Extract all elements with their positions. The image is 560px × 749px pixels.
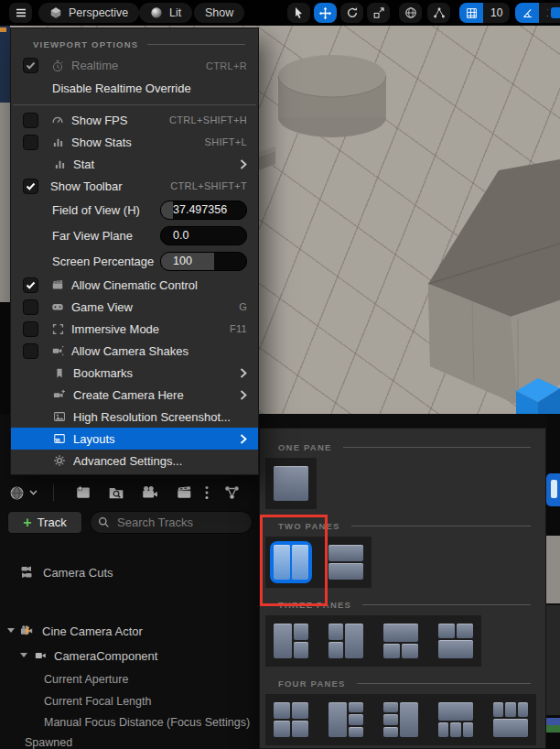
show-button[interactable]: Show xyxy=(194,3,244,23)
layout-option-two-panes-horizontal[interactable] xyxy=(325,541,367,583)
menu-item-bookmarks[interactable]: Bookmarks xyxy=(11,362,258,384)
grid-snap-button[interactable] xyxy=(459,3,483,23)
menu-section-header: VIEWPORT OPTIONS xyxy=(11,34,258,54)
field-of-view-input[interactable]: 37.497356 xyxy=(160,201,247,220)
expand-triangle-icon[interactable] xyxy=(7,628,15,636)
menu-item-advanced-settings[interactable]: Advanced Settings... xyxy=(11,450,258,472)
gear-icon xyxy=(52,453,67,468)
track-camera-cuts[interactable]: Camera Cuts xyxy=(0,565,259,580)
grid-snap-value[interactable]: 10 xyxy=(483,3,510,23)
stats-bars-icon xyxy=(52,157,67,171)
menu-item-allow-cinematic-control[interactable]: Allow Cinematic Control xyxy=(11,274,258,296)
layout-option-four-panes-bottom[interactable] xyxy=(490,699,532,741)
fps-gauge-icon xyxy=(50,113,65,127)
menu-item-realtime[interactable]: Realtime CTRL+R xyxy=(11,54,258,77)
move-tool-button[interactable] xyxy=(314,3,337,23)
track-camera-component[interactable]: CameraComponent xyxy=(0,648,259,663)
more-options-icon[interactable] xyxy=(205,480,209,505)
left-edge-viewport-sliver xyxy=(0,103,10,302)
menu-item-allow-camera-shakes[interactable]: Allow Camera Shakes xyxy=(11,340,258,362)
lit-mode-button[interactable]: Lit xyxy=(139,3,192,23)
director-board-icon[interactable] xyxy=(176,480,192,505)
scale-tool-button[interactable] xyxy=(367,3,390,23)
bookmark-icon xyxy=(52,365,67,380)
layout-option-one-pane[interactable] xyxy=(270,462,312,505)
menu-item-high-resolution-screenshot[interactable]: High Resolution Screenshot... xyxy=(11,406,258,428)
menu-separator xyxy=(13,104,256,105)
shortcut-label: SHIFT+L xyxy=(205,136,247,147)
layout-option-four-panes-top[interactable] xyxy=(435,699,477,741)
menu-item-show-toolbar[interactable]: Show Toolbar CTRL+SHIFT+T xyxy=(11,175,258,197)
layout-option-three-panes-bottom[interactable] xyxy=(435,620,477,662)
actions-icon[interactable] xyxy=(223,480,241,505)
world-space-button[interactable] xyxy=(399,3,422,23)
menu-item-label: Show Toolbar xyxy=(50,179,123,193)
immersive-mode-checkbox[interactable] xyxy=(23,321,38,337)
viewport-options-menu-button[interactable] xyxy=(9,3,32,23)
add-track-button[interactable]: + Track xyxy=(7,511,82,534)
grid-snap-group: 10 xyxy=(459,3,510,23)
menu-item-show-stats[interactable]: Show Stats SHIFT+L xyxy=(11,131,258,153)
layout-option-four-panes-left[interactable] xyxy=(325,699,367,741)
chevron-down-icon[interactable] xyxy=(29,480,38,505)
lit-sphere-icon xyxy=(150,6,163,19)
layout-option-four-panes-right[interactable] xyxy=(380,699,422,741)
menu-item-disable-realtime-override[interactable]: Disable Realtime Override xyxy=(11,77,258,100)
layout-option-three-panes-left[interactable] xyxy=(270,620,312,662)
menu-item-game-view[interactable]: Game View G xyxy=(11,296,258,318)
track-spawned[interactable]: Spawned xyxy=(0,736,259,749)
screen-percentage-input[interactable]: 100 xyxy=(160,252,247,271)
four-panes-header: FOUR PANES xyxy=(260,676,545,690)
save-sequence-icon[interactable] xyxy=(75,480,92,505)
track-cine-camera-actor[interactable]: Cine Camera Actor xyxy=(0,624,259,638)
search-tracks-input[interactable] xyxy=(115,515,244,530)
track-label: Spawned xyxy=(25,736,72,749)
layout-option-three-panes-top[interactable] xyxy=(380,620,422,662)
allow-camera-shakes-checkbox[interactable] xyxy=(23,343,38,359)
perspective-button[interactable]: Perspective xyxy=(38,3,139,23)
surface-snapping-button[interactable] xyxy=(427,3,450,23)
hidden-panel-fragment xyxy=(546,603,560,715)
menu-item-show-fps[interactable]: Show FPS CTRL+SHIFT+H xyxy=(11,109,258,131)
cylinder-mesh[interactable] xyxy=(278,55,386,137)
expand-triangle-icon[interactable] xyxy=(20,653,27,661)
far-view-plane-input[interactable]: 0.0 xyxy=(160,226,247,245)
menu-item-stat[interactable]: Stat xyxy=(11,153,258,175)
allow-cinematic-control-checkbox[interactable] xyxy=(23,277,38,293)
submenu-arrow-icon xyxy=(240,159,247,169)
menu-item-screen-percentage: Screen Percentage 100 xyxy=(11,248,258,274)
layout-option-four-panes-2x2[interactable] xyxy=(270,699,312,741)
search-tracks-box[interactable] xyxy=(90,511,253,534)
show-fps-checkbox[interactable] xyxy=(23,113,38,128)
sequence-globe-icon[interactable] xyxy=(9,480,25,505)
cine-camera-icon xyxy=(20,624,35,638)
menu-item-create-camera-here[interactable]: Create Camera Here xyxy=(11,384,258,406)
track-label: Camera Cuts xyxy=(43,566,113,580)
render-movie-icon[interactable] xyxy=(141,480,158,505)
shortcut-label: F11 xyxy=(230,323,247,334)
track-label: Current Aperture xyxy=(44,673,128,686)
select-tool-button[interactable] xyxy=(287,3,310,23)
lit-label: Lit xyxy=(169,6,181,19)
house-mesh[interactable] xyxy=(428,159,560,405)
track-current-aperture[interactable]: Current Aperture xyxy=(0,673,259,686)
menu-item-layouts[interactable]: Layouts xyxy=(11,428,258,450)
menu-item-label: Realtime xyxy=(71,59,118,72)
menu-item-label: Allow Cinematic Control xyxy=(71,278,198,292)
show-stats-checkbox[interactable] xyxy=(23,135,38,150)
realtime-checkbox[interactable] xyxy=(23,58,38,73)
viewport-options-menu: VIEWPORT OPTIONS Realtime CTRL+R Disable… xyxy=(10,27,259,475)
rotate-tool-button[interactable] xyxy=(340,3,363,23)
browse-sequences-icon[interactable] xyxy=(108,480,124,505)
show-toolbar-checkbox[interactable] xyxy=(23,179,38,194)
fullscreen-corners-icon xyxy=(50,321,65,336)
one-pane-group xyxy=(265,458,317,509)
shortcut-label: CTRL+R xyxy=(206,60,247,71)
angle-snap-button[interactable] xyxy=(515,3,539,23)
track-current-focal-length[interactable]: Current Focal Length xyxy=(0,695,259,708)
game-view-checkbox[interactable] xyxy=(23,299,38,315)
menu-item-label: Stat xyxy=(73,157,94,171)
track-manual-focus-distance[interactable]: Manual Focus Distance (Focus Settings) xyxy=(0,716,259,729)
menu-item-immersive-mode[interactable]: Immersive Mode F11 xyxy=(11,318,258,340)
layout-option-three-panes-right[interactable] xyxy=(325,620,367,662)
